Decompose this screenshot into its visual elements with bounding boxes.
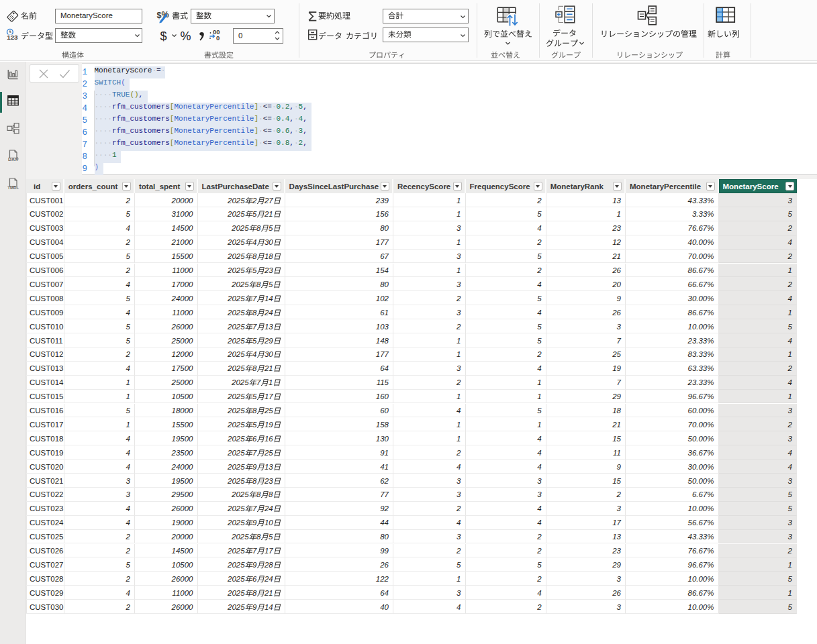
svg-text:8: 8	[269, 491, 273, 499]
svg-text:13: 13	[265, 463, 273, 471]
svg-text:7: 7	[252, 323, 257, 331]
svg-text:2025: 2025	[227, 575, 245, 583]
svg-text:5: 5	[269, 533, 273, 541]
svg-text:2: 2	[252, 197, 257, 205]
svg-text:5: 5	[252, 337, 257, 345]
svg-text:17: 17	[265, 392, 273, 400]
svg-text:8: 8	[256, 225, 261, 233]
svg-text:2025: 2025	[231, 533, 249, 541]
svg-text:8: 8	[252, 365, 257, 373]
svg-text:1: 1	[269, 379, 273, 387]
svg-text:6: 6	[252, 575, 257, 583]
svg-text:2025: 2025	[227, 309, 245, 317]
svg-text:2025: 2025	[227, 589, 245, 597]
svg-text:5: 5	[269, 225, 273, 233]
svg-text:30: 30	[265, 239, 273, 247]
svg-text:18: 18	[265, 252, 273, 260]
svg-text:2025: 2025	[227, 463, 245, 471]
svg-text:2025: 2025	[227, 603, 245, 611]
svg-text:2025: 2025	[227, 435, 245, 443]
svg-text:2025: 2025	[227, 449, 245, 457]
svg-text:8: 8	[252, 589, 257, 597]
svg-text:16: 16	[265, 435, 273, 443]
svg-text:28: 28	[264, 561, 273, 569]
svg-text:2025: 2025	[227, 519, 245, 527]
svg-text:9: 9	[252, 561, 257, 569]
svg-text:2025: 2025	[227, 561, 245, 569]
svg-text:2025: 2025	[227, 547, 245, 555]
svg-text:9: 9	[252, 519, 257, 527]
svg-text:17: 17	[265, 547, 273, 555]
svg-text:9: 9	[252, 603, 257, 611]
svg-text:21: 21	[264, 211, 273, 219]
svg-text:24: 24	[264, 505, 273, 513]
svg-text:5: 5	[252, 266, 257, 274]
svg-text:8: 8	[256, 280, 261, 288]
svg-text:2025: 2025	[231, 379, 249, 387]
svg-text:14: 14	[265, 603, 273, 611]
svg-text:4: 4	[252, 239, 256, 247]
svg-text:24: 24	[264, 309, 273, 317]
svg-text:7: 7	[252, 294, 257, 303]
svg-text:7: 7	[252, 547, 257, 555]
svg-text:24: 24	[264, 575, 273, 583]
svg-text:2025: 2025	[227, 294, 245, 303]
svg-text:14: 14	[265, 294, 273, 303]
svg-text:4: 4	[252, 351, 256, 359]
svg-text:$: $	[157, 11, 162, 20]
svg-text:2025: 2025	[227, 266, 245, 274]
svg-text:2025: 2025	[227, 211, 245, 219]
svg-text:10: 10	[265, 519, 273, 527]
svg-text:21: 21	[264, 589, 273, 597]
svg-text:2025: 2025	[227, 252, 245, 260]
svg-text:7: 7	[252, 505, 257, 513]
svg-text:7: 7	[252, 449, 257, 457]
svg-text:TMDL: TMDL	[7, 185, 19, 190]
svg-text:2025: 2025	[227, 351, 245, 359]
svg-text:2025: 2025	[227, 421, 245, 429]
svg-text:8: 8	[252, 252, 257, 260]
svg-text:13: 13	[265, 323, 273, 331]
svg-text:9: 9	[252, 463, 257, 471]
svg-text:5: 5	[252, 211, 257, 219]
svg-text:5: 5	[269, 280, 273, 288]
svg-text:8: 8	[252, 407, 257, 415]
svg-text:2025: 2025	[227, 407, 245, 415]
svg-text:23: 23	[264, 477, 273, 485]
svg-text:2025: 2025	[231, 280, 249, 288]
svg-text:30: 30	[265, 351, 273, 359]
svg-text:DAX: DAX	[8, 157, 18, 162]
svg-text:2025: 2025	[227, 365, 245, 373]
svg-text:2025: 2025	[227, 239, 245, 247]
svg-text:2025: 2025	[231, 225, 249, 233]
svg-text:25: 25	[264, 407, 273, 415]
svg-text:6: 6	[252, 435, 257, 443]
svg-text:2025: 2025	[227, 477, 245, 485]
svg-text:25: 25	[264, 449, 273, 457]
svg-text:2025: 2025	[227, 197, 245, 205]
svg-text:2025: 2025	[227, 505, 245, 513]
svg-text:8: 8	[252, 477, 257, 485]
svg-text:123: 123	[7, 34, 18, 41]
svg-text:2025: 2025	[227, 323, 245, 331]
svg-text:5: 5	[252, 392, 257, 400]
svg-text:21: 21	[264, 365, 273, 373]
svg-text:2025: 2025	[227, 337, 245, 345]
svg-text:7: 7	[256, 379, 261, 387]
svg-text:29: 29	[264, 337, 273, 345]
svg-text:0: 0	[216, 34, 220, 42]
svg-text:8: 8	[256, 491, 261, 499]
svg-text:23: 23	[264, 266, 273, 274]
svg-text:5: 5	[252, 421, 257, 429]
svg-text:27: 27	[264, 197, 273, 205]
svg-text:19: 19	[265, 421, 273, 429]
svg-text:2025: 2025	[231, 491, 249, 499]
svg-text:2025: 2025	[227, 392, 245, 400]
svg-text:8: 8	[252, 309, 257, 317]
svg-text:8: 8	[256, 533, 261, 541]
